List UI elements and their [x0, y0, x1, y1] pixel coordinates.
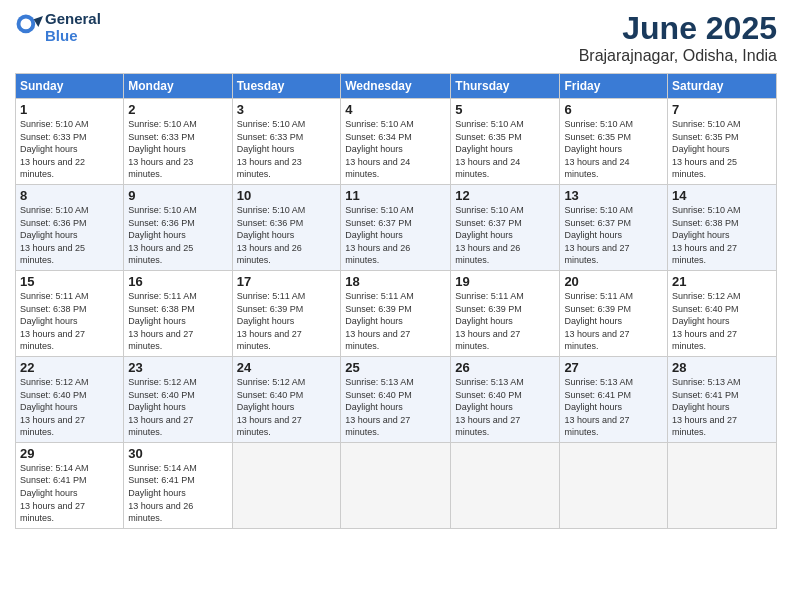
calendar-cell [232, 442, 341, 528]
calendar-cell [341, 442, 451, 528]
calendar-cell: 5Sunrise: 5:10 AMSunset: 6:35 PMDaylight… [451, 99, 560, 185]
calendar-cell: 7Sunrise: 5:10 AMSunset: 6:35 PMDaylight… [668, 99, 777, 185]
day-info: Sunrise: 5:11 AMSunset: 6:38 PMDaylight … [128, 290, 227, 353]
logo: General Blue [15, 10, 101, 44]
calendar-page: General Blue June 2025 Brajarajnagar, Od… [0, 0, 792, 612]
weekday-header-friday: Friday [560, 74, 668, 99]
day-number: 22 [20, 360, 119, 375]
calendar-cell: 19Sunrise: 5:11 AMSunset: 6:39 PMDayligh… [451, 270, 560, 356]
day-number: 28 [672, 360, 772, 375]
day-number: 19 [455, 274, 555, 289]
day-number: 13 [564, 188, 663, 203]
day-number: 5 [455, 102, 555, 117]
calendar-cell: 12Sunrise: 5:10 AMSunset: 6:37 PMDayligh… [451, 184, 560, 270]
calendar-week-row: 29Sunrise: 5:14 AMSunset: 6:41 PMDayligh… [16, 442, 777, 528]
calendar-cell: 13Sunrise: 5:10 AMSunset: 6:37 PMDayligh… [560, 184, 668, 270]
day-number: 9 [128, 188, 227, 203]
weekday-header-sunday: Sunday [16, 74, 124, 99]
day-info: Sunrise: 5:10 AMSunset: 6:36 PMDaylight … [237, 204, 337, 267]
day-number: 15 [20, 274, 119, 289]
calendar-cell: 30Sunrise: 5:14 AMSunset: 6:41 PMDayligh… [124, 442, 232, 528]
calendar-cell: 8Sunrise: 5:10 AMSunset: 6:36 PMDaylight… [16, 184, 124, 270]
day-info: Sunrise: 5:13 AMSunset: 6:40 PMDaylight … [455, 376, 555, 439]
day-info: Sunrise: 5:10 AMSunset: 6:35 PMDaylight … [672, 118, 772, 181]
calendar-cell: 29Sunrise: 5:14 AMSunset: 6:41 PMDayligh… [16, 442, 124, 528]
calendar-cell: 16Sunrise: 5:11 AMSunset: 6:38 PMDayligh… [124, 270, 232, 356]
day-info: Sunrise: 5:12 AMSunset: 6:40 PMDaylight … [237, 376, 337, 439]
day-info: Sunrise: 5:10 AMSunset: 6:37 PMDaylight … [564, 204, 663, 267]
calendar-cell: 21Sunrise: 5:12 AMSunset: 6:40 PMDayligh… [668, 270, 777, 356]
day-number: 30 [128, 446, 227, 461]
calendar-cell: 2Sunrise: 5:10 AMSunset: 6:33 PMDaylight… [124, 99, 232, 185]
calendar-cell: 14Sunrise: 5:10 AMSunset: 6:38 PMDayligh… [668, 184, 777, 270]
day-number: 18 [345, 274, 446, 289]
day-number: 3 [237, 102, 337, 117]
day-info: Sunrise: 5:10 AMSunset: 6:35 PMDaylight … [564, 118, 663, 181]
calendar-cell: 10Sunrise: 5:10 AMSunset: 6:36 PMDayligh… [232, 184, 341, 270]
title-area: June 2025 Brajarajnagar, Odisha, India [579, 10, 777, 65]
calendar-cell: 18Sunrise: 5:11 AMSunset: 6:39 PMDayligh… [341, 270, 451, 356]
calendar-cell: 22Sunrise: 5:12 AMSunset: 6:40 PMDayligh… [16, 356, 124, 442]
page-header: General Blue June 2025 Brajarajnagar, Od… [15, 10, 777, 65]
calendar-cell: 1Sunrise: 5:10 AMSunset: 6:33 PMDaylight… [16, 99, 124, 185]
day-info: Sunrise: 5:10 AMSunset: 6:35 PMDaylight … [455, 118, 555, 181]
calendar-cell: 23Sunrise: 5:12 AMSunset: 6:40 PMDayligh… [124, 356, 232, 442]
weekday-header-saturday: Saturday [668, 74, 777, 99]
logo-line2: Blue [45, 27, 101, 44]
day-number: 24 [237, 360, 337, 375]
day-info: Sunrise: 5:11 AMSunset: 6:39 PMDaylight … [345, 290, 446, 353]
calendar-cell [668, 442, 777, 528]
weekday-header-tuesday: Tuesday [232, 74, 341, 99]
day-number: 7 [672, 102, 772, 117]
day-number: 1 [20, 102, 119, 117]
day-info: Sunrise: 5:10 AMSunset: 6:37 PMDaylight … [345, 204, 446, 267]
day-info: Sunrise: 5:13 AMSunset: 6:41 PMDaylight … [672, 376, 772, 439]
weekday-header-monday: Monday [124, 74, 232, 99]
calendar-week-row: 22Sunrise: 5:12 AMSunset: 6:40 PMDayligh… [16, 356, 777, 442]
calendar-cell: 17Sunrise: 5:11 AMSunset: 6:39 PMDayligh… [232, 270, 341, 356]
day-number: 23 [128, 360, 227, 375]
weekday-header-thursday: Thursday [451, 74, 560, 99]
day-number: 16 [128, 274, 227, 289]
calendar-cell: 24Sunrise: 5:12 AMSunset: 6:40 PMDayligh… [232, 356, 341, 442]
day-info: Sunrise: 5:10 AMSunset: 6:36 PMDaylight … [20, 204, 119, 267]
day-info: Sunrise: 5:11 AMSunset: 6:39 PMDaylight … [237, 290, 337, 353]
day-info: Sunrise: 5:11 AMSunset: 6:39 PMDaylight … [564, 290, 663, 353]
day-number: 12 [455, 188, 555, 203]
day-number: 8 [20, 188, 119, 203]
calendar-cell: 25Sunrise: 5:13 AMSunset: 6:40 PMDayligh… [341, 356, 451, 442]
day-number: 27 [564, 360, 663, 375]
calendar-cell: 6Sunrise: 5:10 AMSunset: 6:35 PMDaylight… [560, 99, 668, 185]
day-info: Sunrise: 5:11 AMSunset: 6:38 PMDaylight … [20, 290, 119, 353]
day-number: 20 [564, 274, 663, 289]
calendar-cell: 15Sunrise: 5:11 AMSunset: 6:38 PMDayligh… [16, 270, 124, 356]
day-info: Sunrise: 5:10 AMSunset: 6:37 PMDaylight … [455, 204, 555, 267]
logo-line1: General [45, 10, 101, 27]
calendar-cell: 4Sunrise: 5:10 AMSunset: 6:34 PMDaylight… [341, 99, 451, 185]
day-number: 25 [345, 360, 446, 375]
day-number: 14 [672, 188, 772, 203]
day-info: Sunrise: 5:12 AMSunset: 6:40 PMDaylight … [128, 376, 227, 439]
day-number: 17 [237, 274, 337, 289]
calendar-cell: 28Sunrise: 5:13 AMSunset: 6:41 PMDayligh… [668, 356, 777, 442]
svg-point-1 [20, 18, 31, 29]
day-number: 2 [128, 102, 227, 117]
day-info: Sunrise: 5:12 AMSunset: 6:40 PMDaylight … [20, 376, 119, 439]
day-number: 6 [564, 102, 663, 117]
weekday-header-row: SundayMondayTuesdayWednesdayThursdayFrid… [16, 74, 777, 99]
day-number: 26 [455, 360, 555, 375]
day-number: 29 [20, 446, 119, 461]
calendar-week-row: 15Sunrise: 5:11 AMSunset: 6:38 PMDayligh… [16, 270, 777, 356]
day-info: Sunrise: 5:10 AMSunset: 6:34 PMDaylight … [345, 118, 446, 181]
calendar-table: SundayMondayTuesdayWednesdayThursdayFrid… [15, 73, 777, 529]
logo-icon [15, 13, 43, 41]
calendar-cell [560, 442, 668, 528]
day-info: Sunrise: 5:10 AMSunset: 6:33 PMDaylight … [128, 118, 227, 181]
day-info: Sunrise: 5:14 AMSunset: 6:41 PMDaylight … [128, 462, 227, 525]
calendar-cell: 20Sunrise: 5:11 AMSunset: 6:39 PMDayligh… [560, 270, 668, 356]
day-number: 21 [672, 274, 772, 289]
day-info: Sunrise: 5:10 AMSunset: 6:33 PMDaylight … [237, 118, 337, 181]
calendar-week-row: 1Sunrise: 5:10 AMSunset: 6:33 PMDaylight… [16, 99, 777, 185]
calendar-week-row: 8Sunrise: 5:10 AMSunset: 6:36 PMDaylight… [16, 184, 777, 270]
day-info: Sunrise: 5:10 AMSunset: 6:38 PMDaylight … [672, 204, 772, 267]
